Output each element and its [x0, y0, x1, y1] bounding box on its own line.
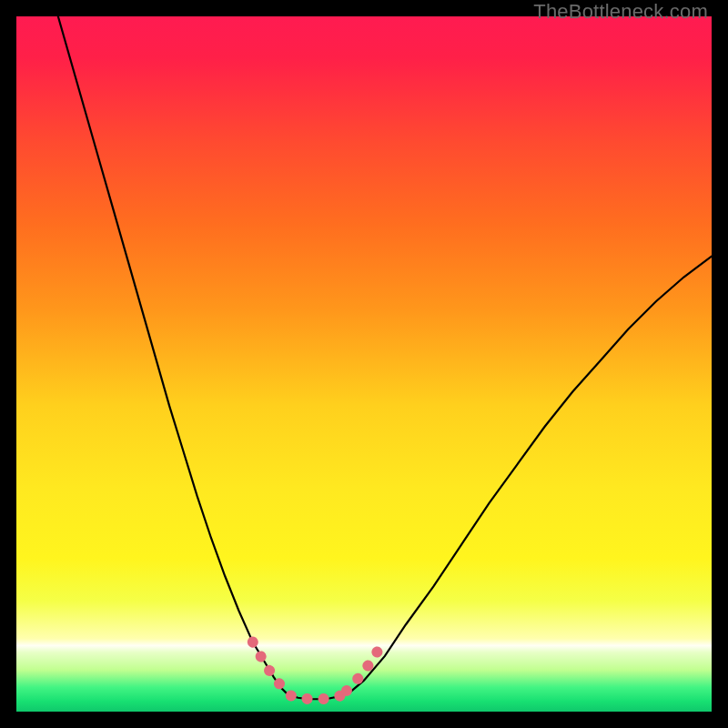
pink-right-segment	[347, 645, 381, 691]
left-branch-curve	[58, 16, 288, 694]
curve-layer	[16, 16, 712, 712]
chart-frame: TheBottleneck.com	[0, 0, 728, 728]
plot-area	[16, 16, 712, 712]
watermark-text: TheBottleneck.com	[533, 0, 708, 24]
right-branch-curve	[350, 257, 712, 693]
